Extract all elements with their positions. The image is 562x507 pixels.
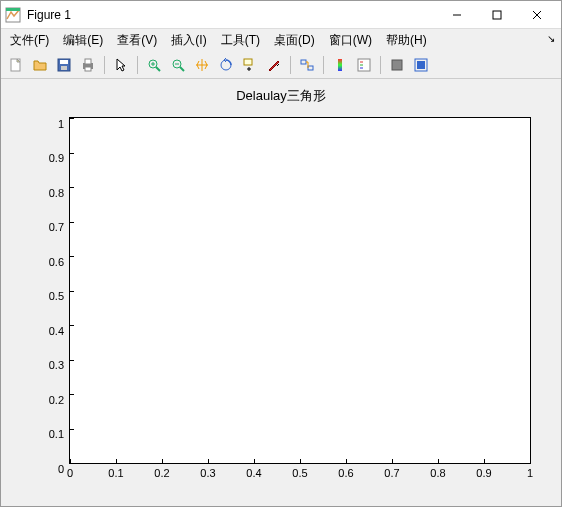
svg-rect-3 [493, 11, 501, 19]
menu-insert[interactable]: 插入(I) [164, 30, 213, 51]
y-tick-label: 0.7 [49, 221, 70, 233]
close-button[interactable] [517, 1, 557, 29]
svg-rect-24 [301, 60, 306, 64]
x-tick-label: 1 [527, 463, 533, 479]
menu-help[interactable]: 帮助(H) [379, 30, 434, 51]
x-tick-label: 0.4 [246, 463, 261, 479]
svg-rect-31 [392, 60, 402, 70]
pan-button[interactable] [191, 54, 213, 76]
app-icon [5, 7, 21, 23]
menu-view[interactable]: 查看(V) [110, 30, 164, 51]
titlebar: Figure 1 [1, 1, 561, 29]
x-tick-label: 0.5 [292, 463, 307, 479]
print-button[interactable] [77, 54, 99, 76]
new-figure-button[interactable] [5, 54, 27, 76]
axes-title: Delaulay三角形 [13, 87, 549, 105]
y-tick-label: 0.4 [49, 325, 70, 337]
toolbar-separator [290, 56, 291, 74]
y-tick-label: 0.3 [49, 359, 70, 371]
x-tick-label: 0.2 [154, 463, 169, 479]
x-tick-label: 0 [67, 463, 73, 479]
open-button[interactable] [29, 54, 51, 76]
menu-file[interactable]: 文件(F) [3, 30, 56, 51]
axes[interactable]: 00.10.20.30.40.50.60.70.80.9100.10.20.30… [69, 117, 531, 464]
svg-rect-8 [60, 60, 68, 64]
plot-area: Delaulay三角形 00.10.20.30.40.50.60.70.80.9… [1, 79, 561, 506]
svg-rect-27 [358, 59, 370, 71]
x-tick-label: 0.3 [200, 463, 215, 479]
svg-rect-21 [244, 59, 252, 65]
save-button[interactable] [53, 54, 75, 76]
menu-edit[interactable]: 编辑(E) [56, 30, 110, 51]
x-tick-label: 0.8 [430, 463, 445, 479]
zoom-out-button[interactable] [167, 54, 189, 76]
delaunay-mesh [70, 118, 530, 463]
toolbar-separator [380, 56, 381, 74]
toolbar-separator [323, 56, 324, 74]
svg-rect-12 [85, 67, 91, 71]
svg-line-18 [180, 67, 184, 71]
toolbar-separator [104, 56, 105, 74]
x-tick-label: 0.9 [476, 463, 491, 479]
toolbar [1, 51, 561, 79]
pointer-button[interactable] [110, 54, 132, 76]
dock-button[interactable] [410, 54, 432, 76]
svg-rect-25 [308, 66, 313, 70]
svg-rect-26 [338, 59, 342, 71]
toolbar-separator [137, 56, 138, 74]
svg-rect-33 [417, 61, 425, 69]
brush-button[interactable] [263, 54, 285, 76]
rotate-button[interactable] [215, 54, 237, 76]
x-tick-label: 0.1 [108, 463, 123, 479]
minimize-button[interactable] [437, 1, 477, 29]
datacursor-button[interactable] [239, 54, 261, 76]
svg-rect-11 [85, 59, 91, 64]
y-tick-label: 1 [58, 118, 70, 130]
maximize-button[interactable] [477, 1, 517, 29]
y-tick-label: 0.1 [49, 428, 70, 440]
menu-window[interactable]: 窗口(W) [322, 30, 379, 51]
y-tick-label: 0.5 [49, 290, 70, 302]
svg-line-14 [156, 67, 160, 71]
link-button[interactable] [296, 54, 318, 76]
zoom-in-button[interactable] [143, 54, 165, 76]
figure-window: Figure 1 文件(F) 编辑(E) 查看(V) 插入(I) 工具(T) 桌… [0, 0, 562, 507]
y-tick-label: 0.8 [49, 187, 70, 199]
menu-tools[interactable]: 工具(T) [214, 30, 267, 51]
menu-overflow-icon[interactable]: ↘ [547, 33, 555, 44]
y-tick-label: 0.6 [49, 256, 70, 268]
x-tick-label: 0.7 [384, 463, 399, 479]
svg-rect-9 [61, 66, 67, 70]
x-tick-label: 0.6 [338, 463, 353, 479]
colorbar-button[interactable] [329, 54, 351, 76]
hide-tools-button[interactable] [386, 54, 408, 76]
svg-rect-1 [6, 8, 20, 11]
legend-button[interactable] [353, 54, 375, 76]
y-tick-label: 0.9 [49, 152, 70, 164]
y-tick-label: 0.2 [49, 394, 70, 406]
menu-desktop[interactable]: 桌面(D) [267, 30, 322, 51]
window-title: Figure 1 [27, 8, 437, 22]
menubar: 文件(F) 编辑(E) 查看(V) 插入(I) 工具(T) 桌面(D) 窗口(W… [1, 29, 561, 51]
